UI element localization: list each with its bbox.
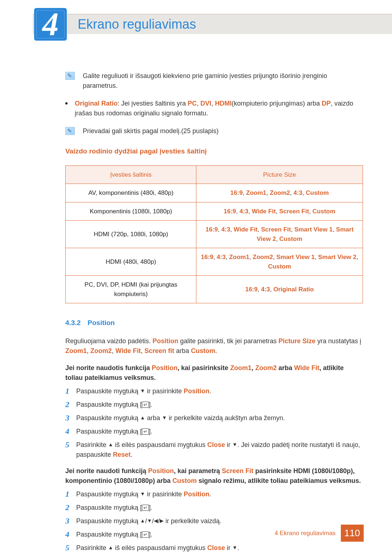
step-text: Paspauskite mygtuką [↵]. bbox=[76, 427, 363, 436]
step-number: 2 bbox=[65, 503, 76, 512]
step-item: 2Paspauskite mygtuką [↵]. bbox=[65, 400, 363, 410]
cell-source: HDMI (480i, 480p) bbox=[66, 248, 196, 276]
cell-source: Komponentinis (1080i, 1080p) bbox=[66, 202, 196, 221]
cell-source: HDMI (720p, 1080i, 1080p) bbox=[66, 221, 196, 248]
step-number: 5 bbox=[65, 440, 76, 450]
step-text: Pasirinkite ▲ iš eilės paspausdami mygtu… bbox=[76, 440, 363, 460]
page-number: 110 bbox=[341, 525, 364, 542]
step-item: 5Pasirinkite ▲ iš eilės paspausdami mygt… bbox=[65, 543, 363, 553]
position-paragraph: Reguliuojama vaizdo padėtis. Position ga… bbox=[65, 336, 363, 356]
step-number: 4 bbox=[65, 427, 76, 436]
step-text: Paspauskite mygtuką [↵]. bbox=[76, 400, 363, 410]
steps-list-b: 1Paspauskite mygtuką ▼ ir pasirinkite Po… bbox=[65, 489, 363, 553]
cell-picture-size: 16:9, Zoom1, Zoom2, 4:3, Custom bbox=[196, 184, 363, 202]
table-heading: Vaizdo rodinio dydžiai pagal įvesties ša… bbox=[65, 146, 363, 157]
step-number: 3 bbox=[65, 413, 76, 423]
cell-picture-size: 16:9, 4:3, Wide Fit, Screen Fit, Smart V… bbox=[196, 221, 363, 248]
step-number: 4 bbox=[65, 530, 76, 539]
enter-icon: ↵ bbox=[142, 428, 149, 435]
table-row: HDMI (720p, 1080i, 1080p)16:9, 4:3, Wide… bbox=[66, 221, 363, 248]
step-item: 3Paspauskite mygtuką ▲ arba ▼ ir perkelk… bbox=[65, 413, 363, 423]
step-text: Paspauskite mygtuką ▼ ir pasirinkite Pos… bbox=[76, 386, 363, 396]
instruction-lead-2: Jei norite naudoti funkciją Position, ka… bbox=[65, 466, 363, 486]
step-item: 1Paspauskite mygtuką ▼ ir pasirinkite Po… bbox=[65, 386, 363, 396]
bullet-text: Original Ratio: Jei įvesties šaltinis yr… bbox=[75, 99, 363, 118]
step-item: 5Pasirinkite ▲ iš eilės paspausdami mygt… bbox=[65, 440, 363, 460]
step-item: 4Paspauskite mygtuką [↵]. bbox=[65, 427, 363, 436]
step-item: 2Paspauskite mygtuką [↵]. bbox=[65, 503, 363, 513]
footer-chapter-label: 4 Ekrano reguliavimas bbox=[274, 529, 335, 538]
cell-picture-size: 16:9, 4:3, Original Ratio bbox=[196, 276, 363, 303]
cell-source: AV, komponentinis (480i, 480p) bbox=[66, 184, 196, 202]
table-row: HDMI (480i, 480p)16:9, 4:3, Zoom1, Zoom2… bbox=[66, 248, 363, 276]
steps-list-a: 1Paspauskite mygtuką ▼ ir pasirinkite Po… bbox=[65, 386, 363, 460]
step-text: Pasirinkite ▲ iš eilės paspausdami mygtu… bbox=[76, 543, 363, 553]
step-number: 1 bbox=[65, 489, 76, 499]
step-text: Paspauskite mygtuką ▼ ir pasirinkite Pos… bbox=[76, 489, 363, 499]
picture-size-table: Įvesties šaltinis Picture Size AV, kompo… bbox=[65, 165, 363, 304]
note-icon bbox=[65, 72, 75, 80]
section-heading: 4.3.2 Position bbox=[65, 318, 363, 328]
cell-source: PC, DVI, DP, HDMI (kai prijungtas kompiu… bbox=[66, 276, 196, 303]
step-number: 2 bbox=[65, 400, 76, 409]
table-row: Komponentinis (1080i, 1080p)16:9, 4:3, W… bbox=[66, 202, 363, 221]
step-text: Paspauskite mygtuką ▲ arba ▼ ir perkelki… bbox=[76, 413, 363, 423]
table-row: AV, komponentinis (480i, 480p)16:9, Zoom… bbox=[66, 184, 363, 202]
bullet-icon bbox=[65, 102, 68, 104]
enter-icon: ↵ bbox=[142, 402, 149, 408]
table-row: PC, DVI, DP, HDMI (kai prijungtas kompiu… bbox=[66, 276, 363, 303]
chapter-title: Ekrano reguliavimas bbox=[78, 15, 196, 34]
note-text: Prievadai gali skirtis pagal modelį.(25 … bbox=[83, 126, 363, 136]
cell-picture-size: 16:9, 4:3, Zoom1, Zoom2, Smart View 1, S… bbox=[196, 248, 363, 276]
th-picture-size: Picture Size bbox=[196, 165, 363, 184]
chapter-number-badge: 4 bbox=[34, 8, 67, 41]
step-number: 5 bbox=[65, 543, 76, 553]
enter-icon: ↵ bbox=[142, 532, 149, 538]
note-icon bbox=[65, 127, 75, 135]
step-number: 3 bbox=[65, 516, 76, 526]
page-content: Galite reguliuoti ir išsaugoti kiekvieno… bbox=[65, 71, 363, 554]
instruction-lead-1: Jei norite naudotis funkcija Position, k… bbox=[65, 363, 363, 383]
enter-icon: ↵ bbox=[142, 505, 149, 511]
note-text: Galite reguliuoti ir išsaugoti kiekvieno… bbox=[83, 71, 363, 91]
step-item: 1Paspauskite mygtuką ▼ ir pasirinkite Po… bbox=[65, 489, 363, 499]
step-number: 1 bbox=[65, 386, 76, 396]
step-text: Paspauskite mygtuką [↵]. bbox=[76, 503, 363, 513]
cell-picture-size: 16:9, 4:3, Wide Fit, Screen Fit, Custom bbox=[196, 202, 363, 221]
page-footer: 4 Ekrano reguliavimas 110 bbox=[274, 525, 364, 542]
th-source: Įvesties šaltinis bbox=[66, 165, 196, 184]
